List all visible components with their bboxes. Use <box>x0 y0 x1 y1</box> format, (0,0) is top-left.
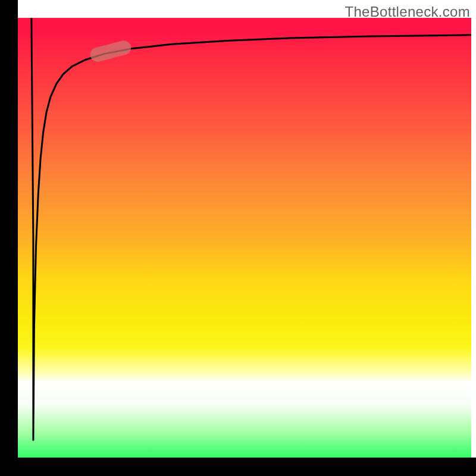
watermark-text: TheBottleneck.com <box>345 4 470 20</box>
curve-plot <box>18 18 471 458</box>
axis-left-frame <box>0 0 18 476</box>
axis-bottom-frame <box>0 458 476 476</box>
